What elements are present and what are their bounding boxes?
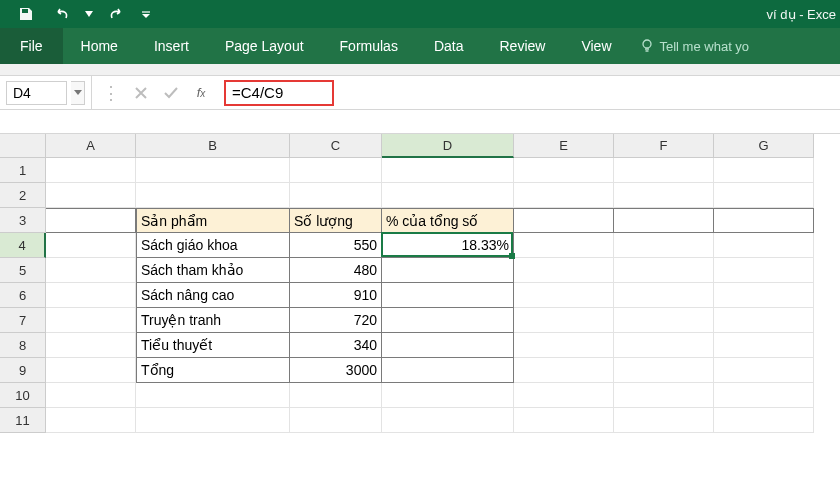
cell-C2[interactable] <box>290 183 382 208</box>
cell-F3[interactable] <box>614 208 714 233</box>
cell-E1[interactable] <box>514 158 614 183</box>
cell-B2[interactable] <box>136 183 290 208</box>
cell-A10[interactable] <box>46 383 136 408</box>
cell-A8[interactable] <box>46 333 136 358</box>
cell-G2[interactable] <box>714 183 814 208</box>
tab-home[interactable]: Home <box>63 28 136 64</box>
cell-F1[interactable] <box>614 158 714 183</box>
cell-B9[interactable]: Tổng <box>136 358 290 383</box>
cell-G7[interactable] <box>714 308 814 333</box>
cell-B7[interactable]: Truyện tranh <box>136 308 290 333</box>
cell-E5[interactable] <box>514 258 614 283</box>
cell-F2[interactable] <box>614 183 714 208</box>
row-header-10[interactable]: 10 <box>0 383 46 408</box>
cell-E11[interactable] <box>514 408 614 433</box>
cell-G1[interactable] <box>714 158 814 183</box>
cell-B11[interactable] <box>136 408 290 433</box>
cell-A4[interactable] <box>46 233 136 258</box>
cell-D2[interactable] <box>382 183 514 208</box>
cell-E3[interactable] <box>514 208 614 233</box>
name-box[interactable]: D4 <box>6 81 67 105</box>
cell-C11[interactable] <box>290 408 382 433</box>
cell-D11[interactable] <box>382 408 514 433</box>
cell-C7[interactable]: 720 <box>290 308 382 333</box>
cell-A11[interactable] <box>46 408 136 433</box>
cell-D8[interactable] <box>382 333 514 358</box>
column-header-G[interactable]: G <box>714 134 814 158</box>
cell-F4[interactable] <box>614 233 714 258</box>
cell-C3[interactable]: Số lượng <box>290 208 382 233</box>
cell-C8[interactable]: 340 <box>290 333 382 358</box>
cell-B5[interactable]: Sách tham khảo <box>136 258 290 283</box>
undo-button[interactable] <box>44 0 80 28</box>
column-header-B[interactable]: B <box>136 134 290 158</box>
row-header-1[interactable]: 1 <box>0 158 46 183</box>
row-header-11[interactable]: 11 <box>0 408 46 433</box>
cell-D3[interactable]: % của tổng số <box>382 208 514 233</box>
cell-E9[interactable] <box>514 358 614 383</box>
cell-D5[interactable] <box>382 258 514 283</box>
cell-G9[interactable] <box>714 358 814 383</box>
cell-F10[interactable] <box>614 383 714 408</box>
cell-B10[interactable] <box>136 383 290 408</box>
cell-B1[interactable] <box>136 158 290 183</box>
formula-input[interactable]: =C4/C9 <box>224 80 334 106</box>
cell-G5[interactable] <box>714 258 814 283</box>
cell-G4[interactable] <box>714 233 814 258</box>
column-header-E[interactable]: E <box>514 134 614 158</box>
name-box-dropdown[interactable] <box>71 81 85 105</box>
tab-file[interactable]: File <box>0 28 63 64</box>
cancel-formula-button[interactable] <box>126 76 156 110</box>
cell-F6[interactable] <box>614 283 714 308</box>
cell-D7[interactable] <box>382 308 514 333</box>
cell-E10[interactable] <box>514 383 614 408</box>
cell-E2[interactable] <box>514 183 614 208</box>
cell-C1[interactable] <box>290 158 382 183</box>
cell-C10[interactable] <box>290 383 382 408</box>
row-header-4[interactable]: 4 <box>0 233 46 258</box>
tell-me-search[interactable]: Tell me what yo <box>640 28 750 64</box>
cell-E7[interactable] <box>514 308 614 333</box>
cell-F9[interactable] <box>614 358 714 383</box>
cell-A7[interactable] <box>46 308 136 333</box>
tab-page-layout[interactable]: Page Layout <box>207 28 322 64</box>
cell-A3[interactable] <box>46 208 136 233</box>
cell-A6[interactable] <box>46 283 136 308</box>
tab-data[interactable]: Data <box>416 28 482 64</box>
cell-C5[interactable]: 480 <box>290 258 382 283</box>
row-header-6[interactable]: 6 <box>0 283 46 308</box>
undo-dropdown[interactable] <box>80 0 98 28</box>
cell-G6[interactable] <box>714 283 814 308</box>
cell-F5[interactable] <box>614 258 714 283</box>
row-header-9[interactable]: 9 <box>0 358 46 383</box>
redo-button[interactable] <box>98 0 134 28</box>
cell-C9[interactable]: 3000 <box>290 358 382 383</box>
row-header-5[interactable]: 5 <box>0 258 46 283</box>
cell-G3[interactable] <box>714 208 814 233</box>
cell-F7[interactable] <box>614 308 714 333</box>
tab-formulas[interactable]: Formulas <box>322 28 416 64</box>
cell-G11[interactable] <box>714 408 814 433</box>
cell-A9[interactable] <box>46 358 136 383</box>
spreadsheet[interactable]: ABCDEFG 123Sản phẩmSố lượng% của tổng số… <box>0 134 840 158</box>
cell-G8[interactable] <box>714 333 814 358</box>
cell-A2[interactable] <box>46 183 136 208</box>
cell-E8[interactable] <box>514 333 614 358</box>
cell-D1[interactable] <box>382 158 514 183</box>
cell-D6[interactable] <box>382 283 514 308</box>
column-header-D[interactable]: D <box>382 134 514 158</box>
cell-C6[interactable]: 910 <box>290 283 382 308</box>
tab-review[interactable]: Review <box>482 28 564 64</box>
insert-function-button[interactable]: fx <box>186 76 216 110</box>
cell-F8[interactable] <box>614 333 714 358</box>
select-all-corner[interactable] <box>0 134 46 158</box>
tab-view[interactable]: View <box>563 28 629 64</box>
cell-F11[interactable] <box>614 408 714 433</box>
cell-D9[interactable] <box>382 358 514 383</box>
enter-formula-button[interactable] <box>156 76 186 110</box>
qat-customize[interactable] <box>134 0 158 28</box>
cell-G10[interactable] <box>714 383 814 408</box>
save-button[interactable] <box>8 0 44 28</box>
cell-B6[interactable]: Sách nâng cao <box>136 283 290 308</box>
row-header-8[interactable]: 8 <box>0 333 46 358</box>
